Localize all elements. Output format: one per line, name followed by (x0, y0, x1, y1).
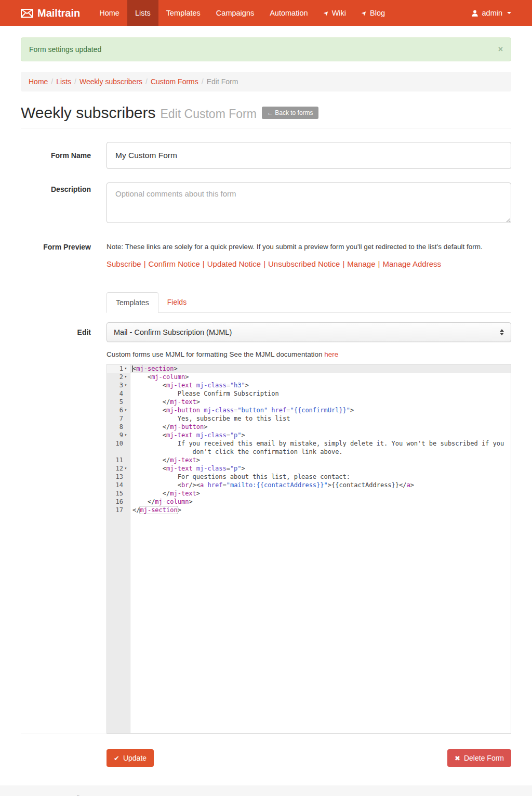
nav-item-label: Blog (370, 0, 385, 26)
editor-empty-area[interactable] (107, 514, 511, 733)
preview-link-manage[interactable]: Manage (347, 259, 375, 268)
nav-item-wiki[interactable]: ➤Wiki (316, 0, 354, 26)
editor-line-3[interactable]: 3▾<mj-text mj-class="h3"> (107, 381, 511, 389)
tab-fields[interactable]: Fields (158, 292, 195, 313)
template-select[interactable]: Mail - Confirm Subscription (MJML) (107, 322, 511, 342)
gutter-cell: 2▾ (107, 373, 130, 381)
fold-arrow-icon[interactable]: ▾ (123, 464, 128, 473)
breadcrumb-separator: / (142, 77, 151, 86)
gutter-cell: 6▾ (107, 406, 130, 414)
gutter-cell: 9▾ (107, 431, 130, 439)
code-cell[interactable]: For questions about this list, please co… (130, 473, 511, 481)
code-cell[interactable]: <mj-column> (130, 373, 511, 381)
code-cell[interactable]: <mj-text mj-class="p"> (130, 431, 511, 439)
form-name-input[interactable] (107, 142, 511, 169)
select-updown-icon (500, 329, 504, 335)
code-cell[interactable]: </mj-column> (130, 498, 511, 506)
editor-line-2[interactable]: 2▾<mj-column> (107, 373, 511, 381)
nav-item-lists[interactable]: Lists (127, 0, 158, 26)
breadcrumb-separator: / (48, 77, 56, 86)
code-cell[interactable]: <br/><a href="mailto:{{contactAddress}}"… (130, 481, 511, 489)
editor-line-1[interactable]: 1▾<mj-section> (107, 364, 511, 373)
gutter-cell: 7 (107, 414, 130, 423)
breadcrumb-link-weekly-subscribers[interactable]: Weekly subscribers (79, 77, 142, 86)
share-arrow-icon: ➤ (322, 9, 330, 17)
actions-bar: ✔ Update ✖ Delete Form (107, 749, 511, 767)
editor-line-8[interactable]: 8</mj-button> (107, 423, 511, 431)
nav-item-templates[interactable]: Templates (158, 0, 208, 26)
editor-line-7[interactable]: 7Yes, subscribe me to this list (107, 414, 511, 423)
gutter-cell: 13 (107, 473, 130, 481)
tab-templates[interactable]: Templates (107, 292, 158, 313)
brand-logo[interactable]: Mailtrain (21, 7, 80, 19)
fold-arrow-icon[interactable]: ▾ (123, 373, 128, 381)
code-cell[interactable]: </mj-text> (130, 489, 511, 498)
editor-line-11[interactable]: 11</mj-text> (107, 456, 511, 464)
code-cell[interactable]: If you received this email by mistake, s… (130, 439, 511, 456)
editor-line-12[interactable]: 12▾<mj-text mj-class="p"> (107, 464, 511, 473)
editor-line-6[interactable]: 6▾<mj-button mj-class="button" href="{{c… (107, 406, 511, 414)
editor-line-16[interactable]: 16</mj-column> (107, 498, 511, 506)
line-number: 15 (116, 489, 123, 498)
code-cell[interactable]: </mj-text> (130, 398, 511, 406)
code-cell[interactable]: Yes, subscribe me to this list (130, 414, 511, 423)
form-name-label: Form Name (21, 151, 91, 160)
description-textarea[interactable] (107, 182, 511, 223)
nav-item-label: Campaigns (216, 0, 254, 26)
code-cell[interactable]: Please Confirm Subscription (130, 389, 511, 398)
editor-line-4[interactable]: 4Please Confirm Subscription (107, 389, 511, 398)
nav-item-blog[interactable]: ➤Blog (354, 0, 393, 26)
nav-item-home[interactable]: Home (91, 0, 127, 26)
mjml-code-editor[interactable]: 1▾<mj-section>2▾<mj-column>3▾<mj-text mj… (107, 364, 511, 734)
fold-arrow-icon[interactable]: ▾ (123, 406, 128, 414)
close-icon[interactable]: × (498, 45, 503, 54)
fold-arrow-icon[interactable]: ▾ (123, 381, 128, 389)
line-number: 16 (116, 498, 123, 506)
breadcrumb-separator: / (71, 77, 79, 86)
user-menu[interactable]: admin (471, 9, 512, 17)
breadcrumb-link-home[interactable]: Home (29, 77, 48, 86)
code-cell[interactable]: </mj-button> (130, 423, 511, 431)
preview-note: Note: These links are solely for a quick… (107, 241, 511, 251)
gutter-cell: 3▾ (107, 381, 130, 389)
code-cell[interactable]: <mj-section> (130, 364, 511, 373)
preview-link-manage-address[interactable]: Manage Address (382, 259, 441, 268)
nav-item-campaigns[interactable]: Campaigns (208, 0, 262, 26)
editor-line-17[interactable]: 17</mj-section> (107, 506, 511, 514)
form-preview-row: Form Preview Note: These links are solel… (21, 241, 511, 268)
preview-link-subscribe[interactable]: Subscribe (107, 259, 141, 268)
delete-form-button[interactable]: ✖ Delete Form (447, 749, 511, 767)
code-cell[interactable]: <mj-text mj-class="h3"> (130, 381, 511, 389)
code-cell[interactable]: <mj-button mj-class="button" href="{{con… (130, 406, 511, 414)
breadcrumb-link-custom-forms[interactable]: Custom Forms (151, 77, 198, 86)
preview-link-unsubscribed-notice[interactable]: Unsubscribed Notice (268, 259, 340, 268)
breadcrumb-link-lists[interactable]: Lists (56, 77, 71, 86)
line-number: 7 (119, 414, 123, 423)
fold-arrow-icon[interactable]: ▾ (123, 364, 128, 373)
editor-line-15[interactable]: 15</mj-text> (107, 489, 511, 498)
line-number: 6 (119, 406, 123, 414)
page-subtitle: Edit Custom Form (161, 107, 257, 121)
editor-line-14[interactable]: 14<br/><a href="mailto:{{contactAddress}… (107, 481, 511, 489)
update-button[interactable]: ✔ Update (107, 749, 154, 767)
editor-line-13[interactable]: 13For questions about this list, please … (107, 473, 511, 481)
editor-line-5[interactable]: 5</mj-text> (107, 398, 511, 406)
nav-items: HomeListsTemplatesCampaignsAutomation➤Wi… (91, 0, 393, 26)
nav-item-label: Wiki (332, 0, 346, 26)
code-cell[interactable]: </mj-text> (130, 456, 511, 464)
code-fill[interactable] (130, 514, 511, 733)
editor-line-10[interactable]: 10If you received this email by mistake,… (107, 439, 511, 456)
code-cell[interactable]: </mj-section> (130, 506, 511, 514)
editor-line-9[interactable]: 9▾<mj-text mj-class="p"> (107, 431, 511, 439)
gutter-cell: 4 (107, 389, 130, 398)
fold-arrow-icon[interactable]: ▾ (123, 431, 128, 439)
code-cell[interactable]: <mj-text mj-class="p"> (130, 464, 511, 473)
preview-link-updated-notice[interactable]: Updated Notice (207, 259, 261, 268)
line-number: 4 (119, 389, 123, 398)
mjml-docs-link[interactable]: here (324, 350, 338, 358)
preview-link-confirm-notice[interactable]: Confirm Notice (149, 259, 200, 268)
back-to-forms-button[interactable]: ← Back to forms (262, 107, 318, 119)
preview-link-separator: | (141, 259, 149, 268)
breadcrumb-current: Edit Form (207, 77, 238, 86)
nav-item-automation[interactable]: Automation (262, 0, 315, 26)
